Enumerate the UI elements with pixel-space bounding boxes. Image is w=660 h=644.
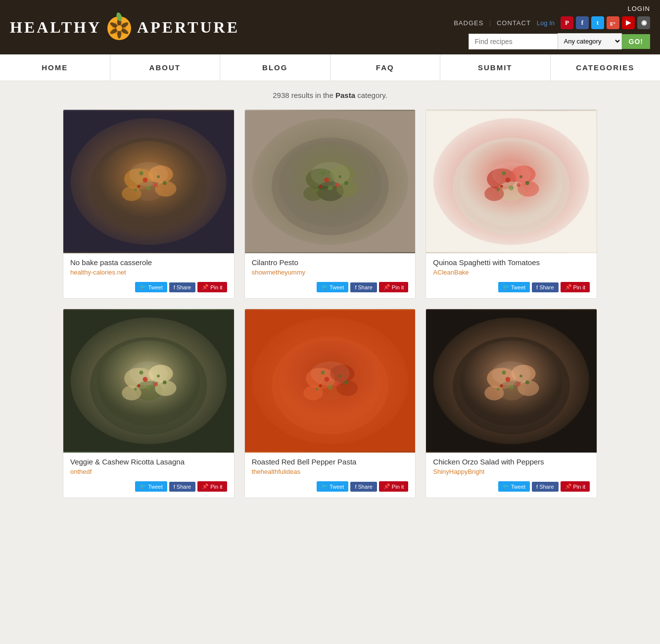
svg-point-94: [328, 385, 332, 390]
share-button[interactable]: f Share: [532, 482, 558, 492]
pin-button[interactable]: 📌 Pin it: [197, 282, 227, 292]
recipe-actions: 🐦 Tweet f Share 📌 Pin it: [426, 280, 597, 292]
pin-icon: 📌: [202, 284, 209, 290]
svg-point-21: [157, 175, 160, 178]
logo-text-left: HEALTHY: [10, 18, 101, 37]
recipe-actions: 🐦 Tweet f Share 📌 Pin it: [63, 280, 234, 292]
recipe-actions: 🐦 Tweet f Share 📌 Pin it: [426, 479, 597, 492]
share-button[interactable]: f Share: [169, 482, 195, 492]
recipe-title: Cilantro Pesto: [245, 253, 416, 269]
nav-blog[interactable]: BLOG: [220, 54, 330, 81]
share-button[interactable]: f Share: [169, 282, 195, 292]
logo-area: HEALTHY APERTURE: [10, 12, 239, 42]
svg-point-38: [321, 171, 325, 175]
recipe-image: [63, 309, 234, 453]
svg-point-63: [500, 185, 503, 188]
pin-button[interactable]: 📌 Pin it: [561, 282, 590, 292]
nav-divider: |: [489, 19, 491, 27]
recipe-image: [245, 309, 416, 453]
nav-home[interactable]: HOME: [0, 54, 110, 81]
recipe-image: [426, 110, 597, 253]
share-button[interactable]: f Share: [350, 482, 377, 492]
share-button[interactable]: f Share: [350, 282, 377, 292]
tweet-button[interactable]: 🐦 Tweet: [135, 282, 167, 292]
svg-point-53: [484, 186, 504, 201]
category-select[interactable]: Any category Pasta Salads Soups Desserts…: [558, 33, 622, 49]
instagram-icon[interactable]: ◉: [637, 16, 650, 29]
pin-button[interactable]: 📌 Pin it: [561, 481, 590, 492]
recipe-source[interactable]: ShinyHappyBright: [426, 468, 597, 479]
svg-point-98: [335, 382, 339, 386]
recipe-image: [426, 309, 597, 453]
svg-point-42: [344, 181, 348, 185]
svg-point-79: [143, 377, 148, 382]
svg-point-8: [116, 25, 122, 31]
recipe-card: Veggie & Cashew Ricotta Lasagna onthedf …: [63, 309, 235, 498]
recipe-image: [245, 110, 416, 253]
pin-button[interactable]: 📌 Pin it: [379, 282, 408, 292]
svg-point-114: [525, 380, 529, 384]
svg-point-77: [134, 388, 137, 391]
recipe-grid: No bake pasta casserole healthy-calories…: [63, 109, 597, 498]
recipe-card: Cilantro Pesto showmetheyummy 🐦 Tweet f …: [244, 109, 416, 299]
facebook-icon[interactable]: f: [576, 16, 589, 29]
badges-link[interactable]: BADGES: [454, 19, 483, 27]
header: HEALTHY APERTURE LOGIN BADGES |: [0, 0, 660, 54]
nav-faq[interactable]: FAQ: [330, 54, 441, 81]
tweet-button[interactable]: 🐦 Tweet: [135, 481, 167, 492]
header-right: LOGIN BADGES | CONTACT Log In P f t g+ ▶…: [454, 5, 650, 49]
recipe-source[interactable]: thehealthfulideas: [245, 468, 416, 479]
results-summary: 2938 results in the Pasta category.: [63, 91, 597, 99]
google-plus-icon[interactable]: g+: [607, 16, 619, 29]
main-nav: HOME ABOUT BLOG FAQ SUBMIT CATEGORIES: [0, 54, 660, 81]
svg-point-19: [129, 162, 168, 186]
tweet-button[interactable]: 🐦 Tweet: [317, 481, 348, 492]
pin-icon: 📌: [383, 483, 390, 490]
youtube-icon[interactable]: ▶: [622, 16, 635, 29]
svg-point-41: [315, 188, 318, 191]
recipe-source[interactable]: ACleanBake: [426, 269, 597, 280]
results-text: results in the: [291, 91, 335, 99]
tweet-button[interactable]: 🐦 Tweet: [498, 282, 530, 292]
recipe-source[interactable]: healthy-calories.net: [63, 269, 234, 280]
svg-point-92: [321, 370, 325, 374]
recipe-image: [63, 110, 234, 253]
nav-categories[interactable]: CATEGORIES: [551, 54, 660, 81]
tweet-button[interactable]: 🐦 Tweet: [317, 282, 348, 292]
login-link[interactable]: LOGIN: [628, 5, 650, 12]
search-input[interactable]: [469, 34, 558, 49]
pin-button[interactable]: 📌 Pin it: [379, 481, 408, 492]
svg-point-117: [500, 384, 503, 387]
svg-point-81: [138, 384, 141, 387]
twitter-icon[interactable]: t: [591, 16, 604, 29]
svg-point-111: [519, 374, 522, 377]
recipe-card: Roasted Red Bell Pepper Pasta thehealthf…: [244, 309, 416, 498]
contact-link[interactable]: CONTACT: [497, 19, 531, 27]
svg-point-110: [502, 370, 506, 374]
recipe-source[interactable]: onthedf: [63, 468, 234, 479]
pin-icon: 📌: [565, 284, 572, 290]
pinterest-icon[interactable]: P: [561, 16, 573, 29]
svg-point-27: [138, 185, 141, 188]
results-count: 2938: [273, 91, 289, 99]
recipe-card: No bake pasta casserole healthy-calories…: [63, 109, 235, 299]
tweet-button[interactable]: 🐦 Tweet: [498, 481, 530, 492]
log-in-link[interactable]: Log In: [537, 19, 555, 27]
pin-button[interactable]: 📌 Pin it: [197, 481, 227, 492]
svg-point-37: [311, 162, 350, 186]
svg-point-26: [154, 183, 158, 187]
pin-icon: 📌: [202, 483, 209, 490]
svg-point-71: [122, 386, 141, 401]
nav-about[interactable]: ABOUT: [110, 54, 221, 81]
facebook-icon-btn: f: [355, 284, 356, 290]
svg-point-73: [129, 362, 168, 386]
nav-submit[interactable]: SUBMIT: [440, 54, 551, 81]
svg-point-91: [311, 362, 350, 386]
svg-point-76: [146, 385, 151, 390]
svg-point-107: [484, 386, 504, 401]
recipe-source[interactable]: showmetheyummy: [245, 269, 416, 280]
share-button[interactable]: f Share: [532, 282, 558, 292]
header-top-links: LOGIN: [628, 5, 650, 12]
go-button[interactable]: GO!: [622, 34, 650, 49]
svg-point-80: [154, 382, 158, 386]
